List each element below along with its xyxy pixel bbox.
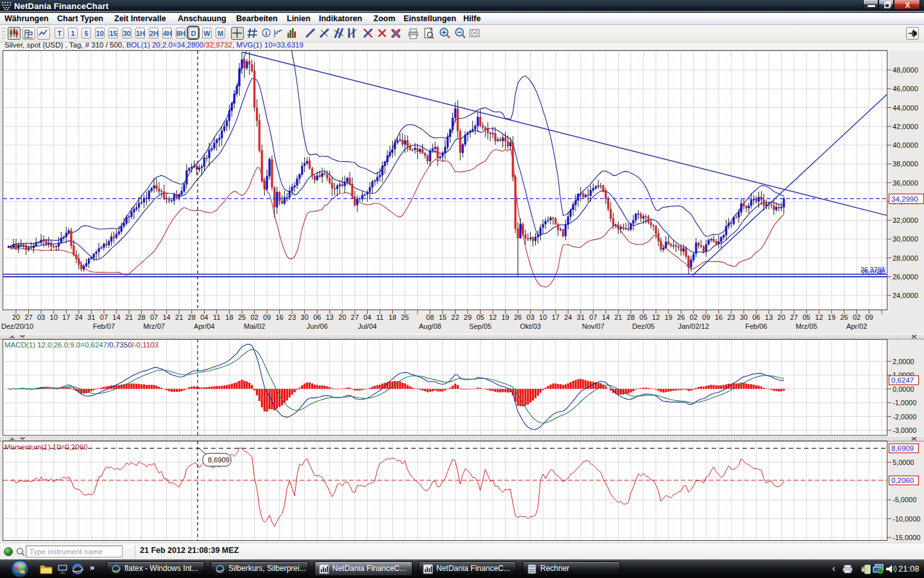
svg-text:Mai/02: Mai/02 [244,322,265,330]
svg-text:Mrz/05: Mrz/05 [796,322,817,330]
svg-text:27: 27 [790,313,798,321]
svg-text:07: 07 [150,313,158,321]
svg-text:Jun/06: Jun/06 [307,322,328,330]
svg-text:06: 06 [313,313,321,321]
svg-text:Silver, spot (USD) , Tag, # 31: Silver, spot (USD) , Tag, # 310 / 500, B… [4,41,304,49]
svg-text:02: 02 [250,313,258,321]
svg-text:14: 14 [162,313,170,321]
svg-text:40,0000: 40,0000 [893,141,918,149]
svg-text:36,0000: 36,0000 [893,179,918,187]
svg-text:16: 16 [715,313,723,321]
svg-text:-15,0000: -15,0000 [893,534,920,541]
svg-text:27: 27 [351,313,359,321]
svg-text:07: 07 [589,313,597,321]
svg-text:26,0000: 26,0000 [893,273,918,281]
svg-text:30: 30 [740,313,748,321]
svg-text:MACD(1) 12.0;26.0;9.0=0,6247/0: MACD(1) 12.0;26.0;9.0=0,6247/0,7350/-0,1… [4,341,158,349]
svg-text:05: 05 [640,313,647,321]
svg-text:03: 03 [527,313,535,321]
svg-text:42,0000: 42,0000 [893,123,918,130]
svg-text:2,0000: 2,0000 [893,358,914,365]
svg-text:26: 26 [677,313,685,321]
svg-text:18: 18 [388,313,396,321]
svg-text:05: 05 [803,313,810,321]
svg-text:04: 04 [200,313,208,321]
svg-text:16: 16 [275,313,283,321]
svg-text:Sep/05: Sep/05 [469,322,492,330]
svg-text:0,6247: 0,6247 [891,376,914,384]
svg-text:20: 20 [12,313,20,321]
svg-text:05: 05 [476,313,484,321]
svg-text:26: 26 [514,313,522,321]
svg-text:24: 24 [564,313,572,321]
svg-text:Mrz/07: Mrz/07 [143,322,165,330]
svg-text:27: 27 [24,313,32,321]
svg-text:30,0000: 30,0000 [893,235,918,243]
svg-text:02: 02 [690,313,697,321]
svg-text:28: 28 [188,313,196,321]
svg-text:24: 24 [75,313,83,321]
svg-text:8,6909: 8,6909 [891,444,914,452]
svg-text:44,0000: 44,0000 [893,104,918,112]
svg-text:48,0000: 48,0000 [893,66,918,74]
svg-text:10: 10 [50,313,58,321]
svg-text:-3,0000: -3,0000 [893,426,916,434]
svg-text:18: 18 [225,313,233,321]
svg-text:5,0000: 5,0000 [893,459,914,466]
svg-text:20: 20 [778,313,785,321]
svg-text:17: 17 [552,313,560,321]
svg-text:26,0540: 26,0540 [861,268,886,276]
svg-text:02: 02 [853,313,860,321]
svg-text:28,0000: 28,0000 [893,254,918,262]
svg-text:21: 21 [614,313,622,321]
svg-text:28: 28 [137,313,145,321]
svg-text:-2,0000: -2,0000 [893,413,916,421]
svg-text:Apr/04: Apr/04 [194,322,214,330]
svg-text:0,2060: 0,2060 [891,477,914,484]
svg-text:Okt/03: Okt/03 [520,322,540,330]
svg-text:21: 21 [125,313,133,321]
svg-text:25: 25 [401,313,409,321]
svg-text:46,0000: 46,0000 [893,85,918,92]
svg-text:28: 28 [627,313,635,321]
svg-text:19: 19 [828,313,835,321]
svg-text:32,0000: 32,0000 [893,216,918,224]
svg-text:21: 21 [175,313,183,321]
svg-text:14: 14 [602,313,610,321]
svg-text:24,0000: 24,0000 [893,292,918,299]
svg-text:Dez/20/10: Dez/20/10 [1,322,33,330]
svg-text:Dez/05: Dez/05 [632,322,654,330]
svg-text:Apr/02: Apr/02 [846,322,867,330]
svg-text:Jul/04: Jul/04 [358,322,377,330]
svg-text:38,0000: 38,0000 [893,160,918,168]
svg-text:08: 08 [426,313,434,321]
svg-text:04: 04 [363,313,371,321]
svg-text:19: 19 [665,313,672,321]
svg-text:-1,0000: -1,0000 [893,399,916,407]
svg-text:13: 13 [326,313,334,321]
svg-text:11: 11 [376,313,383,321]
svg-text:12: 12 [652,313,660,321]
svg-text:17: 17 [62,313,70,321]
svg-text:12: 12 [489,313,497,321]
svg-text:Feb/06: Feb/06 [745,322,767,330]
svg-text:Aug/08: Aug/08 [419,322,441,330]
svg-text:34,2990: 34,2990 [891,195,918,203]
svg-text:Momentum(1) 10=0,2060: Momentum(1) 10=0,2060 [4,443,87,451]
svg-text:26: 26 [840,313,848,321]
svg-text:Jan/02/12: Jan/02/12 [678,322,709,330]
svg-text:10: 10 [539,313,547,321]
svg-text:09: 09 [702,313,710,321]
svg-text:-5,0000: -5,0000 [893,496,916,504]
svg-text:09: 09 [865,313,873,321]
svg-text:Feb/07: Feb/07 [93,322,115,330]
svg-text:03: 03 [37,313,45,321]
svg-text:0,0000: 0,0000 [893,385,914,393]
svg-text:23: 23 [727,313,735,321]
svg-text:06: 06 [752,313,760,321]
svg-text:12: 12 [815,313,823,321]
svg-text:09: 09 [263,313,271,321]
svg-text:13: 13 [765,313,773,321]
svg-text:14: 14 [112,313,120,321]
svg-text:29: 29 [464,313,472,321]
